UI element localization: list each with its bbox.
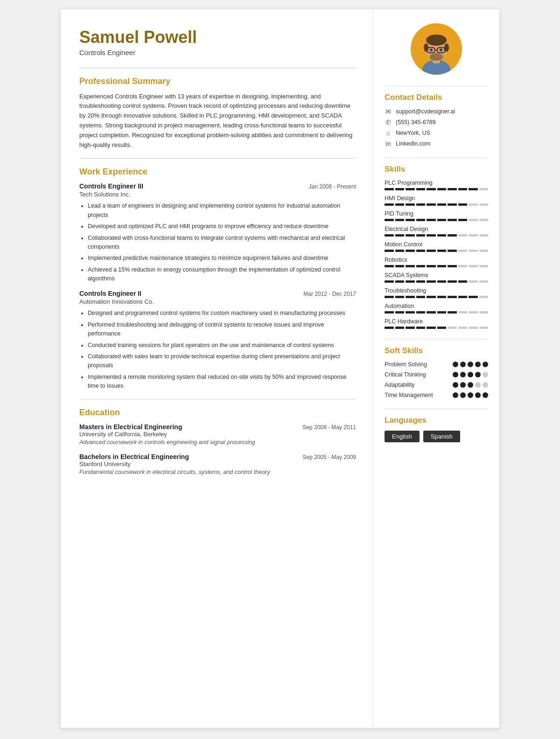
- languages-list: EnglishSpanish: [385, 431, 488, 442]
- skill-segment-8-4: [427, 311, 436, 314]
- skill-segment-3-9: [479, 234, 489, 237]
- contact-text-2: NewYork, US: [396, 130, 430, 136]
- job-title-0: Controls Engineer III: [79, 182, 143, 190]
- soft-dot-0-1: [460, 362, 466, 367]
- skill-segment-1-5: [437, 203, 447, 206]
- contact-heading: Contact Details: [385, 93, 488, 102]
- skill-bar-9: [385, 327, 488, 329]
- skill-segment-7-6: [448, 296, 457, 298]
- skills-heading: Skills: [385, 165, 488, 174]
- skill-segment-2-0: [385, 219, 394, 221]
- left-column: Samuel Powell Controls Engineer Professi…: [61, 9, 373, 728]
- skill-segment-8-0: [385, 311, 394, 314]
- skill-segment-3-2: [406, 234, 415, 237]
- job-title-1: Controls Engineer II: [79, 290, 141, 297]
- svg-point-4: [426, 35, 447, 46]
- skill-segment-7-0: [385, 296, 394, 298]
- job-1: Controls Engineer IIMar 2012 - Dec 2017A…: [79, 290, 356, 390]
- job-dates-1: Mar 2012 - Dec 2017: [303, 291, 356, 297]
- skill-segment-8-5: [437, 311, 447, 314]
- skill-segment-0-5: [437, 188, 447, 190]
- soft-skills-heading: Soft Skills: [385, 346, 488, 356]
- skill-segment-8-9: [479, 311, 489, 314]
- job-company-0: Tech Solutions Inc.: [79, 191, 356, 198]
- skill-segment-0-7: [458, 188, 468, 190]
- svg-point-12: [440, 49, 442, 51]
- skill-segment-4-7: [458, 250, 468, 252]
- soft-dot-1-0: [453, 372, 458, 377]
- edu-dates-0: Sep 2009 - May 2011: [302, 424, 356, 431]
- skill-name-7: Troubleshooting: [385, 287, 488, 294]
- skill-segment-1-0: [385, 203, 394, 206]
- soft-dot-0-2: [468, 362, 473, 367]
- skill-segment-5-8: [469, 265, 478, 267]
- avatar: [411, 23, 462, 75]
- skill-segment-6-4: [427, 280, 436, 283]
- skill-segment-5-6: [448, 265, 457, 267]
- soft-skills-section: Soft Skills Problem SolvingCritical Thin…: [385, 346, 488, 398]
- skill-segment-3-3: [416, 234, 426, 237]
- skill-segment-7-7: [458, 296, 468, 298]
- skill-segment-0-9: [479, 188, 489, 190]
- contact-section: Contact Details ✉support@cvdesigner.ai✆(…: [385, 93, 488, 147]
- person-title: Controls Engineer: [79, 49, 356, 56]
- skill-segment-5-5: [437, 265, 447, 267]
- skill-segment-3-5: [437, 234, 447, 237]
- divider-after-summary: [79, 158, 356, 159]
- soft-dot-3-3: [475, 392, 481, 398]
- skill-segment-2-1: [395, 219, 405, 221]
- summary-heading: Professional Summary: [79, 77, 356, 86]
- skill-segment-1-9: [479, 203, 489, 206]
- divider-after-title: [79, 68, 356, 68]
- skill-segment-2-7: [458, 219, 468, 221]
- contact-icon-3: in: [385, 140, 392, 147]
- languages-heading: Languages: [385, 416, 488, 425]
- skill-segment-6-6: [448, 280, 457, 283]
- language-tag-1: Spanish: [423, 431, 460, 442]
- soft-skill-3: Time Management: [385, 392, 488, 398]
- job-bullet-1-4: Implemented a remote monitoring system t…: [88, 373, 356, 391]
- skill-segment-3-4: [427, 234, 436, 237]
- skill-9: PLC Hardware: [385, 318, 488, 329]
- education-section: Education Masters in Electrical Engineer…: [79, 408, 356, 475]
- skill-segment-6-3: [416, 280, 426, 283]
- skill-segment-8-6: [448, 311, 457, 314]
- divider-after-avatar: [385, 86, 488, 86]
- languages-section: Languages EnglishSpanish: [385, 416, 488, 442]
- job-bullets-0: Lead a team of engineers in designing an…: [79, 202, 356, 283]
- job-bullet-1-3: Collaborated with sales team to provide …: [88, 352, 356, 370]
- skill-segment-0-8: [469, 188, 478, 190]
- skill-segment-7-1: [395, 296, 405, 298]
- soft-dot-1-3: [475, 372, 481, 377]
- skill-segment-0-1: [395, 188, 405, 190]
- skill-segment-7-5: [437, 296, 447, 298]
- skill-name-2: PID Tuning: [385, 210, 488, 217]
- skill-segment-4-5: [437, 250, 447, 252]
- skill-segment-8-7: [458, 311, 468, 314]
- skill-segment-7-3: [416, 296, 426, 298]
- skill-segment-4-0: [385, 250, 394, 252]
- person-name: Samuel Powell: [79, 28, 356, 47]
- skill-bar-3: [385, 234, 488, 237]
- skill-segment-0-3: [416, 188, 426, 190]
- skill-segment-2-4: [427, 219, 436, 221]
- skill-segment-3-0: [385, 234, 394, 237]
- edu-0: Masters in Electrical EngineeringSep 200…: [79, 423, 356, 446]
- skill-segment-5-3: [416, 265, 426, 267]
- job-bullet-1-1: Performed troubleshooting and debugging …: [88, 321, 356, 339]
- skill-bar-7: [385, 296, 488, 298]
- soft-skill-name-3: Time Management: [385, 392, 433, 398]
- soft-skill-dots-3: [453, 392, 488, 398]
- skill-segment-9-8: [469, 327, 478, 329]
- job-company-1: Automation Innovations Co.: [79, 298, 356, 305]
- avatar-container: [385, 23, 488, 75]
- skill-name-9: PLC Hardware: [385, 318, 488, 325]
- skill-6: SCADA Systems: [385, 272, 488, 283]
- edu-1: Bachelors in Electrical EngineeringSep 2…: [79, 453, 356, 475]
- skill-3: Electrical Design: [385, 226, 488, 237]
- skill-segment-4-6: [448, 250, 457, 252]
- skill-segment-1-4: [427, 203, 436, 206]
- avatar-image: [411, 23, 462, 75]
- skill-segment-3-7: [458, 234, 468, 237]
- soft-skill-0: Problem Solving: [385, 361, 488, 368]
